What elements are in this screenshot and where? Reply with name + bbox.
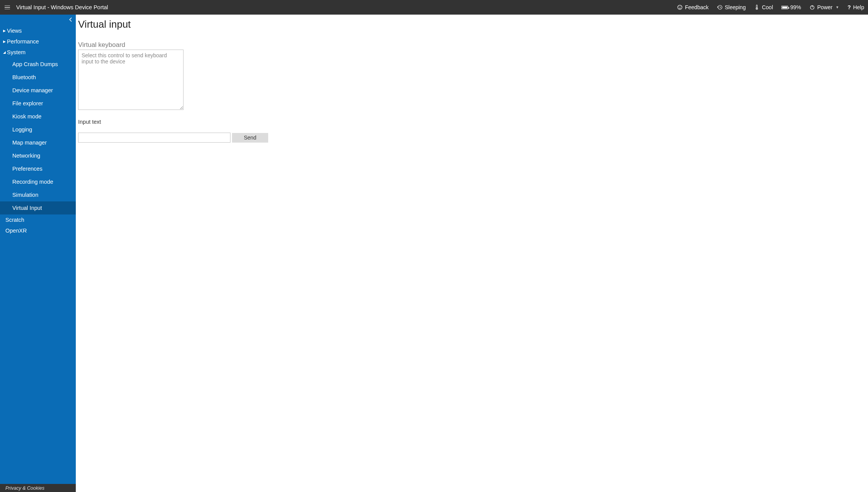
question-icon: ?: [848, 4, 851, 10]
sidebar-item-app-crash-dumps[interactable]: App Crash Dumps: [0, 58, 76, 71]
topbar: Virtual Input - Windows Device Portal Fe…: [0, 0, 868, 15]
history-icon: [717, 5, 723, 10]
sidebar-item-device-manager[interactable]: Device manager: [0, 84, 76, 97]
battery-status[interactable]: 99%: [781, 4, 801, 10]
sidebar-item-label: File explorer: [12, 100, 43, 106]
power-menu[interactable]: Power ▼: [810, 4, 839, 10]
sidebar-item-label: Recording mode: [12, 179, 53, 185]
power-icon: [810, 5, 815, 10]
nav-group-label: Performance: [7, 38, 39, 45]
page-title: Virtual input: [78, 18, 868, 30]
virtual-keyboard-input[interactable]: [78, 50, 184, 110]
sidebar: ▶ Views ▶ Performance ◢ System App Crash…: [0, 15, 76, 492]
feedback-button[interactable]: Feedback: [677, 4, 708, 10]
nav: ▶ Views ▶ Performance ◢ System App Crash…: [0, 15, 76, 236]
help-label: Help: [853, 4, 864, 10]
svg-point-6: [756, 8, 757, 9]
power-label: Power: [817, 4, 833, 10]
sidebar-item-simulation[interactable]: Simulation: [0, 188, 76, 201]
sidebar-item-label: App Crash Dumps: [12, 61, 58, 67]
sidebar-item-bluetooth[interactable]: Bluetooth: [0, 71, 76, 84]
sidebar-item-preferences[interactable]: Preferences: [0, 162, 76, 175]
nav-group-system[interactable]: ◢ System: [0, 47, 76, 58]
sidebar-item-map-manager[interactable]: Map manager: [0, 136, 76, 149]
sleep-status[interactable]: Sleeping: [717, 4, 746, 10]
battery-label: 99%: [790, 4, 801, 10]
sidebar-item-label: Device manager: [12, 87, 53, 93]
svg-point-0: [678, 5, 682, 9]
nav-item-label: Scratch: [5, 217, 24, 223]
sidebar-item-label: Networking: [12, 153, 40, 159]
input-text-label: Input text: [78, 119, 868, 125]
nav-group-label: Views: [7, 28, 22, 34]
help-button[interactable]: ? Help: [848, 4, 864, 10]
sidebar-item-kiosk-mode[interactable]: Kiosk mode: [0, 110, 76, 123]
sidebar-item-label: Logging: [12, 126, 32, 133]
window-title: Virtual Input - Windows Device Portal: [16, 4, 108, 10]
nav-group-views[interactable]: ▶ Views: [0, 25, 76, 36]
sidebar-item-label: Bluetooth: [12, 74, 36, 80]
nav-group-performance[interactable]: ▶ Performance: [0, 36, 76, 47]
sidebar-item-networking[interactable]: Networking: [0, 149, 76, 162]
main-content: Virtual input Virtual keyboard Input tex…: [76, 15, 868, 492]
sidebar-item-label: Kiosk mode: [12, 113, 42, 120]
nav-group-label: System: [7, 49, 25, 55]
collapse-sidebar-icon[interactable]: [69, 17, 73, 23]
temperature-label: Cool: [762, 4, 773, 10]
svg-point-2: [681, 7, 681, 7]
feedback-icon: [677, 5, 683, 10]
svg-point-1: [679, 7, 679, 7]
sidebar-item-label: Map manager: [12, 140, 47, 146]
chevron-down-icon: ▼: [836, 5, 839, 9]
privacy-label: Privacy & Cookies: [5, 485, 44, 491]
nav-item-label: OpenXR: [5, 228, 27, 234]
sidebar-item-label: Preferences: [12, 166, 42, 172]
nav-item-openxr[interactable]: OpenXR: [0, 225, 76, 236]
caret-right-icon: ▶: [3, 29, 6, 33]
thermometer-icon: [754, 5, 760, 10]
sidebar-item-virtual-input[interactable]: Virtual Input: [0, 201, 76, 214]
sidebar-item-file-explorer[interactable]: File explorer: [0, 97, 76, 110]
temperature-status[interactable]: Cool: [754, 4, 773, 10]
battery-icon: [781, 6, 788, 9]
sidebar-item-label: Simulation: [12, 192, 38, 198]
feedback-label: Feedback: [685, 4, 708, 10]
input-text-field[interactable]: [78, 133, 230, 143]
sidebar-item-label: Virtual Input: [12, 205, 42, 211]
nav-item-scratch[interactable]: Scratch: [0, 214, 76, 225]
sleep-label: Sleeping: [725, 4, 746, 10]
sidebar-item-logging[interactable]: Logging: [0, 123, 76, 136]
privacy-link[interactable]: Privacy & Cookies: [0, 484, 76, 492]
svg-rect-4: [756, 5, 758, 8]
virtual-keyboard-label: Virtual keyboard: [78, 41, 868, 49]
caret-down-icon: ◢: [3, 50, 6, 54]
caret-right-icon: ▶: [3, 40, 6, 43]
sidebar-item-recording-mode[interactable]: Recording mode: [0, 175, 76, 188]
menu-icon[interactable]: [4, 4, 11, 11]
send-button[interactable]: Send: [232, 133, 268, 143]
